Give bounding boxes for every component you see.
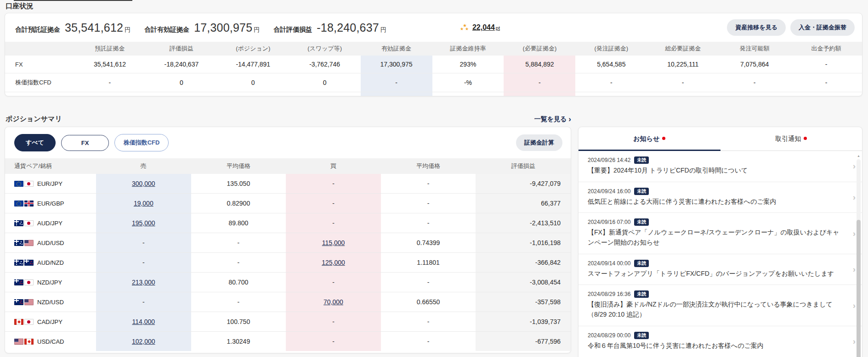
account-column-header: (ポジション)	[217, 42, 289, 56]
nz-flag-icon	[14, 299, 23, 305]
news-item[interactable]: 2024/09/26 14:42 未読 【重要】2024年10月 トラリピCFD…	[579, 151, 862, 182]
position-row[interactable]: EUR/JPY 300,000 135.050 - - -9,427,079	[5, 174, 571, 194]
news-title: 【FX】新通貨ペア「ノルウェークローネ/スウェーデンクローナ」の取扱いおよびキャ…	[588, 228, 844, 247]
scrollbar-thumb[interactable]	[857, 220, 861, 357]
account-column-header: 証拠金維持率	[432, 42, 504, 56]
position-column-header: 売	[96, 158, 191, 174]
tab-notices[interactable]: お知らせ	[579, 127, 720, 151]
buy-average-price: -	[381, 273, 476, 292]
account-cell: 293%	[432, 56, 504, 73]
sell-average-price: 100.750	[191, 312, 286, 332]
total-effective-margin-label: 合計有効証拠金	[144, 26, 189, 34]
sell-quantity-link[interactable]: 195,000	[132, 219, 155, 227]
account-cell: 5,654,585	[575, 56, 647, 73]
pair-flags	[14, 279, 34, 285]
account-cell: 17,300,975	[361, 56, 432, 73]
news-tabs: お知らせ 取引通知	[579, 127, 862, 151]
buy-quantity-link[interactable]: -	[332, 318, 335, 325]
sell-average-price: -	[191, 253, 286, 273]
sell-quantity-link[interactable]: -	[142, 298, 145, 306]
news-datetime: 2024/09/16 07:00	[588, 219, 630, 225]
news-item[interactable]: 2024/08/29 00:00 未読 令和６年台風第10号に伴う災害に遭われた…	[579, 326, 862, 357]
account-column-header: 出金予約額	[790, 42, 862, 56]
news-scrollbar[interactable]: ▲	[856, 153, 861, 357]
account-cell: -18,240,637	[146, 56, 217, 73]
tab-index-cfd[interactable]: 株価指数CFD	[114, 134, 169, 151]
view-all-link[interactable]: 一覧を見る ›	[534, 115, 571, 123]
position-row[interactable]: NZD/JPY 213,000 80.700 - - -3,008,454	[5, 273, 571, 292]
unread-badge: 未読	[634, 332, 649, 339]
sell-quantity-link[interactable]: -	[142, 259, 145, 266]
yen-unit: 円	[380, 26, 386, 34]
tab-all[interactable]: すべて	[14, 134, 56, 151]
buy-quantity-link[interactable]: 115,000	[322, 239, 345, 246]
account-cell: -	[647, 73, 719, 92]
sell-quantity-link[interactable]: 300,000	[132, 180, 155, 187]
tab-trade-notifications[interactable]: 取引通知	[720, 127, 862, 151]
buy-quantity-link[interactable]: -	[332, 279, 335, 286]
news-item[interactable]: 2024/09/24 16:00 未読 低気圧と前線による大雨に伴う災害に遭われ…	[579, 182, 862, 213]
deposit-transfer-button[interactable]: 入金・証拠金振替	[790, 19, 855, 36]
buy-quantity-link[interactable]: -	[332, 338, 335, 345]
pair-name: AUD/NZD	[37, 259, 64, 266]
chevron-right-icon: ›	[853, 192, 856, 202]
margin-calc-button[interactable]: 証拠金計算	[516, 134, 562, 151]
account-cell: 5,884,892	[504, 56, 575, 73]
sell-average-price: 80.700	[191, 273, 286, 292]
sell-quantity-link[interactable]: 213,000	[132, 279, 155, 286]
account-table-spacer-row	[5, 92, 862, 97]
account-cell: 0	[146, 73, 217, 92]
position-row[interactable]: AUD/JPY 195,000 89.800 - - -2,413,510	[5, 213, 571, 233]
nz-flag-icon	[24, 260, 34, 266]
buy-quantity-link[interactable]: 70,000	[323, 298, 343, 306]
news-item[interactable]: 2024/09/16 07:00 未読 【FX】新通貨ペア「ノルウェークローネ/…	[579, 213, 862, 254]
ca-flag-icon	[14, 319, 23, 325]
tab-notices-label: お知らせ	[633, 135, 659, 142]
position-row[interactable]: AUD/NZD - - 125,000 1.11801 -366,842	[5, 253, 571, 273]
buy-quantity-link[interactable]: -	[332, 219, 335, 227]
sell-quantity-link[interactable]: -	[142, 239, 145, 246]
buy-quantity-link[interactable]: 125,000	[322, 259, 345, 266]
buy-quantity-link[interactable]: -	[332, 180, 335, 187]
position-row[interactable]: AUD/USD - - 115,000 0.74399 -1,016,198	[5, 233, 571, 253]
chevron-right-icon: ›	[568, 115, 571, 123]
pair-name: USD/CAD	[37, 338, 64, 345]
position-toolbar: すべて FX 株価指数CFD 証拠金計算	[5, 127, 571, 158]
sell-quantity-link[interactable]: 114,000	[132, 318, 155, 325]
tab-fx[interactable]: FX	[61, 135, 109, 151]
account-status-card: 合計預託証拠金 35,541,612 円 合計有効証拠金 17,300,975 …	[5, 13, 862, 96]
total-deposit-margin: 合計預託証拠金 35,541,612 円	[15, 21, 130, 34]
sell-quantity-link[interactable]: 19,000	[134, 200, 153, 207]
position-summary-card: すべて FX 株価指数CFD 証拠金計算 通貨ペア/銘柄売平均価格買平均価格評価…	[5, 127, 571, 353]
position-row[interactable]: CAD/JPY 114,000 100.750 - - -1,039,737	[5, 312, 571, 332]
news-title: 【重要】2024年10月 トラリピCFDの取引時間について	[588, 166, 844, 176]
news-meta: 2024/09/26 14:42 未読	[588, 156, 844, 164]
account-column-header: 評価損益	[146, 42, 217, 56]
gb-flag-icon	[24, 201, 34, 206]
sell-quantity-link[interactable]: 102,000	[132, 338, 155, 345]
buy-average-price: -	[381, 194, 476, 213]
unread-dot-icon	[662, 137, 665, 140]
news-list: 2024/09/26 14:42 未読 【重要】2024年10月 トラリピCFD…	[579, 151, 862, 357]
scroll-up-arrow-icon[interactable]: ▲	[856, 153, 861, 159]
eu-flag-icon	[14, 201, 23, 206]
buy-quantity-link[interactable]: -	[332, 200, 335, 207]
position-row[interactable]: USD/CAD 102,000 1.30249 - - -677,596	[5, 332, 571, 351]
chevron-right-icon: ›	[853, 264, 856, 274]
news-item[interactable]: 2024/09/14 00:00 未読 スマートフォンアプリ「トラリピFX/CF…	[579, 254, 862, 285]
view-asset-trend-button[interactable]: 資産推移を見る	[727, 19, 786, 36]
points-link[interactable]: 22,044	[472, 23, 495, 32]
valuation-pl-value: 66,377	[476, 194, 571, 213]
valuation-pl-value: -9,427,079	[476, 174, 571, 194]
position-row[interactable]: EUR/GBP 19,000 0.82900 - - 66,377	[5, 194, 571, 213]
news-title: 低気圧と前線による大雨に伴う災害に遭われたお客様へのご案内	[588, 197, 844, 207]
unread-badge: 未読	[634, 218, 649, 226]
position-row[interactable]: NZD/USD - - 70,000 0.66550 -357,598	[5, 292, 571, 312]
news-item[interactable]: 2024/08/29 16:36 未読 【復旧済み】豪ドル/NZドルの一部決済注…	[579, 285, 862, 326]
unread-dot-icon	[804, 137, 807, 140]
points-unit[interactable]: pt	[496, 25, 500, 31]
chevron-right-icon: ›	[853, 161, 856, 171]
points-display[interactable]: ★★★ 22,044 pt	[460, 23, 500, 32]
total-effective-margin: 合計有効証拠金 17,300,975 円	[144, 21, 260, 34]
news-datetime: 2024/09/26 14:42	[588, 157, 630, 163]
